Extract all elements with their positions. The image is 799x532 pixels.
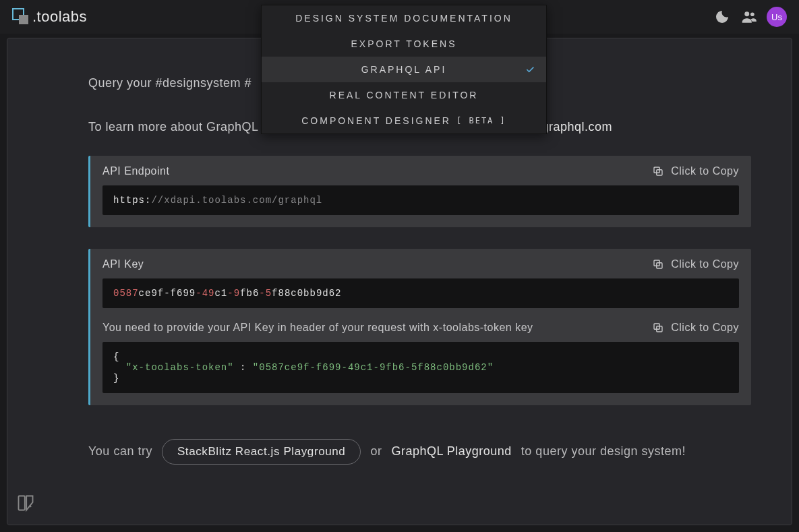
endpoint-scheme: https: [113,195,151,206]
footer-line: You can try StackBlitz React.js Playgrou… [88,439,751,465]
key-seg: ce9f-f699 [139,288,196,299]
copy-apikey-button[interactable]: Click to Copy [652,258,739,270]
json-key: "x-toolabs-token" [126,362,234,373]
beta-badge: [ BETA ] [456,116,506,125]
copy-icon [652,165,664,177]
graphql-playground-link[interactable]: GraphQL Playground [391,444,511,459]
dropdown-item-label: GRAPHQL API [361,64,447,75]
json-value: "0587ce9f-f699-49c1-9fb6-5f88c0bb9d62" [253,362,494,373]
svg-point-0 [718,12,719,13]
dropdown-item-export-tokens[interactable]: EXPORT TOKENS [262,31,546,57]
dropdown-item-graphql-api[interactable]: GRAPHQL API [262,57,546,82]
json-colon: : [234,362,253,373]
theme-toggle-icon[interactable] [713,7,732,26]
svg-rect-5 [19,496,25,510]
key-seg: c1 [214,288,227,299]
api-key-block: API Key Click to Copy 0587ce9f-f699-49c1… [88,249,751,405]
dropdown-item-real-content-editor[interactable]: REAL CONTENT EDITOR [262,82,546,108]
api-key-title: API Key [102,258,144,270]
json-brace: } [113,373,119,384]
avatar[interactable]: Us [767,7,787,27]
dropdown-item-component-designer[interactable]: COMPONENT DESIGNER [ BETA ] [262,108,546,134]
topbar-actions: Us [713,7,787,27]
logo-icon [12,8,30,26]
footer-suffix: to query your design system! [521,444,686,459]
key-seg: f88c0bb9d62 [272,288,341,299]
copy-header-button[interactable]: Click to Copy [652,322,739,334]
header-codebox: { "x-toolabs-token" : "0587ce9f-f699-49c… [102,342,739,393]
endpoint-codebox: https://xdapi.toolabs.com/graphql [102,185,739,215]
logo[interactable]: .toolabs [12,8,87,26]
key-seg: fb6 [240,288,259,299]
header-note-text: You need to provide your API Key in head… [102,322,533,334]
footer-prefix: You can try [88,444,152,459]
apikey-codebox: 0587ce9f-f699-49c1-9fb6-5f88c0bb9d62 [102,278,739,308]
key-seg: -9 [227,288,240,299]
copy-apikey-label: Click to Copy [671,258,739,270]
dropdown-item-documentation[interactable]: DESIGN SYSTEM DOCUMENTATION [262,5,546,31]
key-seg: 0587 [113,288,139,299]
header-note-row: You need to provide your API Key in head… [102,322,739,334]
svg-point-1 [717,16,718,18]
dropdown-item-label: COMPONENT DESIGNER [301,115,451,126]
dropdown-item-label: REAL CONTENT EDITOR [330,90,479,100]
dropdown-item-label: DESIGN SYSTEM DOCUMENTATION [295,13,512,24]
team-icon[interactable] [740,7,759,26]
stackblitz-button[interactable]: StackBlitz React.js Playground [162,439,361,465]
copy-endpoint-label: Click to Copy [671,165,739,177]
endpoint-path: //xdapi.toolabs.com/graphql [151,195,322,206]
side-rail [7,38,44,525]
svg-point-4 [750,12,754,16]
json-brace: { [113,351,119,362]
svg-point-2 [718,20,719,22]
section-dropdown: DESIGN SYSTEM DOCUMENTATION EXPORT TOKEN… [261,5,547,134]
logo-text: .toolabs [32,8,87,26]
copy-icon [652,258,664,270]
footer-or: or [370,444,382,459]
check-icon [525,64,535,75]
api-endpoint-title: API Endpoint [102,165,169,177]
key-seg: -49 [196,288,214,299]
copy-icon [652,322,664,334]
learn-more-prefix: To learn more about GraphQL [88,120,258,134]
svg-point-3 [744,11,749,16]
api-key-header: API Key Click to Copy [102,258,739,270]
copy-header-label: Click to Copy [671,322,739,334]
api-endpoint-block: API Endpoint Click to Copy https://xdapi… [88,156,751,227]
copy-endpoint-button[interactable]: Click to Copy [652,165,739,177]
api-endpoint-header: API Endpoint Click to Copy [102,165,739,177]
dropdown-item-label: EXPORT TOKENS [351,38,456,49]
key-seg: -5 [259,288,272,299]
design-panel-icon[interactable] [16,494,35,512]
